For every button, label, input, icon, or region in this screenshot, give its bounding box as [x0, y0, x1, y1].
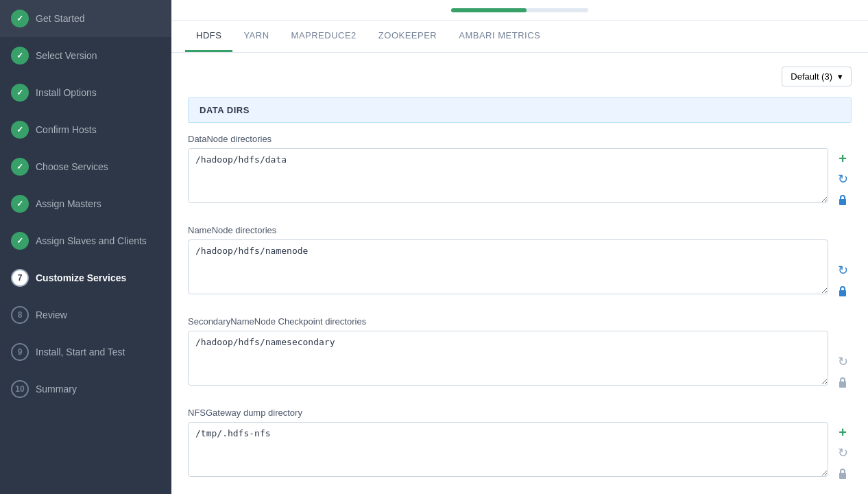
tab-yarn[interactable]: YARN: [232, 21, 280, 52]
content-body: Default (3) ▾ DATA DIRS DataNode directo…: [171, 53, 868, 494]
sidebar-label-confirm-hosts: Confirm Hosts: [36, 124, 97, 135]
refresh-icon-nfsgateway-dump[interactable]: ↻: [834, 444, 852, 462]
top-progress-bar: [171, 0, 868, 21]
form-group-nfsgateway-dump: NFSGateway dump directory+↻: [188, 408, 852, 482]
tab-hdfs[interactable]: HDFS: [185, 21, 232, 52]
textarea-namenode-dirs[interactable]: [188, 239, 828, 294]
refresh-icon-datanode-dirs[interactable]: ↻: [834, 170, 852, 188]
form-group-datanode-dirs: DataNode directories+↻: [188, 134, 852, 209]
sidebar-item-customize-services[interactable]: 7Customize Services: [0, 259, 171, 296]
step-circle-install-start-test: 9: [11, 343, 29, 361]
lock-icon-namenode-dirs[interactable]: [834, 282, 852, 300]
spacer-namenode-dirs: [834, 241, 852, 259]
section-header: DATA DIRS: [188, 97, 852, 123]
sidebar-item-select-version[interactable]: ✓Select Version: [0, 37, 171, 74]
sidebar-label-summary: Summary: [36, 384, 77, 395]
step-circle-summary: 10: [11, 380, 29, 398]
sidebar-item-review[interactable]: 8Review: [0, 296, 171, 333]
step-circle-assign-slaves: ✓: [11, 232, 29, 250]
spacer-secondary-namenode-dirs: [834, 332, 852, 350]
textarea-datanode-dirs[interactable]: [188, 148, 828, 203]
step-circle-customize-services: 7: [11, 269, 29, 287]
field-row-nfsgateway-dump: +↻: [188, 422, 852, 482]
sidebar-item-confirm-hosts[interactable]: ✓Confirm Hosts: [0, 111, 171, 148]
sidebar-item-summary[interactable]: 10Summary: [0, 370, 171, 408]
textarea-nfsgateway-dump[interactable]: [188, 422, 828, 477]
svg-rect-3: [839, 473, 846, 479]
sidebar-label-customize-services: Customize Services: [36, 272, 126, 283]
lock-icon-secondary-namenode-dirs[interactable]: [834, 373, 852, 391]
sidebar: ✓Get Started✓Select Version✓Install Opti…: [0, 0, 171, 494]
sidebar-label-assign-slaves: Assign Slaves and Clients: [36, 235, 147, 246]
label-nfsgateway-dump: NFSGateway dump directory: [188, 408, 852, 418]
sidebar-item-assign-slaves[interactable]: ✓Assign Slaves and Clients: [0, 222, 171, 259]
step-circle-assign-masters: ✓: [11, 195, 29, 213]
progress-bar-container: [451, 8, 588, 12]
step-circle-get-started: ✓: [11, 10, 29, 27]
default-dropdown[interactable]: Default (3) ▾: [782, 67, 852, 86]
sidebar-item-install-options[interactable]: ✓Install Options: [0, 74, 171, 111]
progress-bar-fill: [451, 8, 527, 12]
label-secondary-namenode-dirs: SecondaryNameNode Checkpoint directories: [188, 316, 852, 327]
tab-ambari-metrics[interactable]: AMBARI METRICS: [448, 21, 551, 52]
label-namenode-dirs: NameNode directories: [188, 225, 852, 235]
actions-namenode-dirs: ↻: [834, 239, 852, 300]
sidebar-item-assign-masters[interactable]: ✓Assign Masters: [0, 185, 171, 222]
field-row-datanode-dirs: +↻: [188, 148, 852, 209]
label-datanode-dirs: DataNode directories: [188, 134, 852, 144]
refresh-icon-secondary-namenode-dirs[interactable]: ↻: [834, 353, 852, 370]
form-group-namenode-dirs: NameNode directories↻: [188, 225, 852, 300]
add-icon-datanode-dirs[interactable]: +: [834, 150, 852, 167]
actions-datanode-dirs: +↻: [834, 148, 852, 209]
sidebar-label-install-options: Install Options: [36, 87, 97, 98]
field-row-namenode-dirs: ↻: [188, 239, 852, 300]
sidebar-item-choose-services[interactable]: ✓Choose Services: [0, 148, 171, 185]
step-circle-select-version: ✓: [11, 47, 29, 64]
step-circle-review: 8: [11, 306, 29, 324]
dropdown-container: Default (3) ▾: [188, 67, 852, 86]
actions-secondary-namenode-dirs: ↻: [834, 331, 852, 391]
sidebar-label-select-version: Select Version: [36, 50, 97, 61]
sidebar-label-get-started: Get Started: [36, 13, 85, 24]
actions-nfsgateway-dump: +↻: [834, 422, 852, 482]
add-icon-nfsgateway-dump[interactable]: +: [834, 423, 852, 441]
tab-mapreduce2[interactable]: MAPREDUCE2: [280, 21, 367, 52]
step-circle-confirm-hosts: ✓: [11, 121, 29, 139]
sidebar-label-assign-masters: Assign Masters: [36, 198, 101, 209]
textarea-secondary-namenode-dirs[interactable]: [188, 331, 828, 386]
sidebar-item-get-started[interactable]: ✓Get Started: [0, 0, 171, 37]
field-row-secondary-namenode-dirs: ↻: [188, 331, 852, 391]
svg-rect-2: [839, 381, 846, 388]
refresh-icon-namenode-dirs[interactable]: ↻: [834, 261, 852, 279]
sidebar-label-choose-services: Choose Services: [36, 161, 108, 172]
form-group-secondary-namenode-dirs: SecondaryNameNode Checkpoint directories…: [188, 316, 852, 391]
fields-container: DataNode directories+↻NameNode directori…: [188, 134, 852, 482]
step-circle-choose-services: ✓: [11, 158, 29, 176]
step-circle-install-options: ✓: [11, 84, 29, 102]
svg-rect-1: [839, 290, 846, 296]
sidebar-label-review: Review: [36, 309, 67, 320]
dropdown-label: Default (3): [791, 71, 832, 82]
sidebar-item-install-start-test[interactable]: 9Install, Start and Test: [0, 333, 171, 370]
tab-zookeeper[interactable]: ZOOKEEPER: [367, 21, 448, 52]
sidebar-label-install-start-test: Install, Start and Test: [36, 346, 125, 357]
content-area: HDFSYARNMAPREDUCE2ZOOKEEPERAMBARI METRIC…: [171, 21, 868, 494]
svg-rect-0: [839, 199, 846, 205]
lock-icon-datanode-dirs[interactable]: [834, 191, 852, 209]
lock-icon-nfsgateway-dump[interactable]: [834, 464, 852, 482]
tabs-bar: HDFSYARNMAPREDUCE2ZOOKEEPERAMBARI METRIC…: [171, 21, 868, 53]
main-content: HDFSYARNMAPREDUCE2ZOOKEEPERAMBARI METRIC…: [171, 0, 868, 494]
chevron-down-icon: ▾: [838, 71, 843, 82]
